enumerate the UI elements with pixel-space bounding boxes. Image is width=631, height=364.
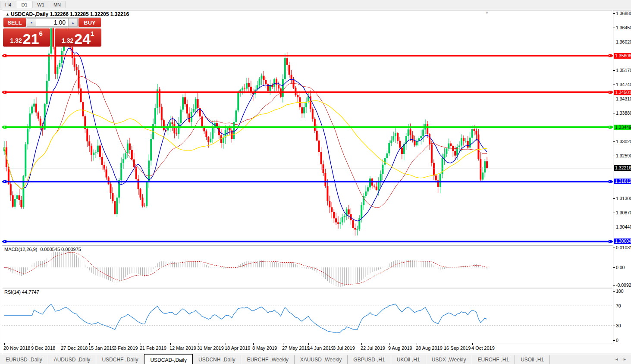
- rsi-tick: [613, 306, 615, 306]
- date-axis[interactable]: 20 Nov 20189 Dec 201827 Dec 201815 Jan 2…: [2, 343, 613, 353]
- date-tick: [445, 343, 445, 345]
- date-tick: [62, 343, 62, 345]
- tab-scroll-right-icon[interactable]: ►: [623, 357, 627, 361]
- date-tick-label: 9 Dec 2018: [31, 345, 55, 351]
- macd-tick-label: 0.010311: [616, 245, 631, 250]
- price-tick-label: 1.34310: [616, 96, 631, 101]
- date-tick-label: 27 May 2019: [282, 345, 310, 351]
- timeframe-button-d1[interactable]: D1: [16, 1, 33, 8]
- macd-tick-label: -0.009203: [616, 282, 631, 288]
- date-tick: [253, 343, 254, 345]
- chart-tab-usdcnh-daily[interactable]: USDCNH-,Daily: [193, 355, 241, 364]
- price-tick: [613, 113, 615, 113]
- date-tick-label: 3 Jul 2019: [333, 345, 355, 351]
- price-tick-label: 1.34740: [616, 82, 631, 87]
- date-tick-label: 12 Mar 2019: [170, 345, 196, 351]
- price-tick-label: 1.36880: [616, 11, 631, 16]
- timeframe-button-mn[interactable]: MN: [49, 1, 66, 8]
- buy-price-button[interactable]: 1.32241: [55, 28, 102, 47]
- mt4-workspace: H4D1W1MN ▲USDCAD-,Daily 1.32266 1.32285 …: [0, 0, 631, 364]
- tab-scroll-arrows: ◄►: [610, 354, 631, 364]
- price-tick: [613, 227, 615, 227]
- rsi-tick: [613, 340, 615, 341]
- one-click-trading-panel: SELL ▼ 1.00 ▲ BUY 1.32216 1.32241: [3, 17, 101, 47]
- hline-price-badge: 1.33449: [614, 125, 631, 130]
- chart-symbol-label: USDCAD-,Daily: [11, 11, 48, 17]
- date-tick: [4, 343, 5, 345]
- date-tick: [283, 343, 283, 345]
- date-tick-label: 14 Jun 2019: [308, 345, 334, 351]
- chart-tab-eurusd-daily[interactable]: EURUSD-,Daily: [0, 355, 48, 364]
- tab-scroll-left-icon[interactable]: ◄: [615, 357, 618, 361]
- sell-button[interactable]: SELL: [3, 18, 26, 27]
- price-tick: [613, 85, 615, 85]
- rsi-tick-label: 0: [616, 338, 618, 343]
- rsi-panel[interactable]: RSI(14) 44.7747: [2, 289, 613, 343]
- current-price-badge: 1.32216: [614, 165, 631, 171]
- buy-button[interactable]: BUY: [78, 18, 101, 27]
- price-tick-label: 1.36450: [616, 25, 631, 30]
- volume-spinner: ▼ 1.00 ▲: [27, 18, 78, 27]
- rsi-label: RSI(14) 44.7747: [4, 289, 39, 295]
- chart-tab-usoil-h1[interactable]: USOil-,H1: [515, 355, 550, 364]
- price-axis[interactable]: 1.368801.364501.360201.351701.347401.343…: [613, 10, 631, 343]
- volume-decrease-button[interactable]: ▼: [27, 18, 36, 27]
- macd-panel[interactable]: MACD(12,26,9) -0.000545 0.000975: [2, 246, 613, 288]
- main-chart-panel[interactable]: ▲USDCAD-,Daily 1.32266 1.32285 1.32205 1…: [2, 10, 613, 245]
- chart-tab-eurchf-weekly[interactable]: EURCHF-,Weekly: [241, 355, 294, 364]
- chart-tab-usdx-weekly[interactable]: USDX-,Weekly: [426, 355, 472, 364]
- timeframe-button-w1[interactable]: W1: [33, 1, 49, 8]
- price-tick: [613, 213, 615, 213]
- date-tick-label: 28 Aug 2019: [416, 345, 443, 351]
- date-tick-label: 18 Apr 2019: [225, 345, 250, 351]
- tab-spacer: [550, 355, 610, 364]
- macd-chart: [2, 246, 613, 288]
- price-tick-label: 1.33880: [616, 110, 631, 116]
- volume-input[interactable]: 1.00: [36, 18, 68, 27]
- price-tick: [613, 99, 615, 99]
- chart-tab-usdchf-daily[interactable]: USDCHF-,Daily: [96, 355, 144, 364]
- date-tick: [198, 343, 198, 345]
- price-tick: [613, 13, 615, 14]
- date-tick-label: 3 Feb 2019: [114, 345, 138, 351]
- chart-tab-xauusd-weekly[interactable]: XAUUSD-,Weekly: [295, 355, 348, 364]
- date-tick: [32, 343, 32, 345]
- chart-tab-eurchf-h1[interactable]: EURCHF-,H1: [472, 355, 515, 364]
- date-tick-label: 9 Aug 2019: [388, 345, 412, 351]
- price-tick: [613, 28, 615, 28]
- rsi-tick: [613, 326, 615, 326]
- triangle-up-icon: ▲: [72, 21, 75, 24]
- date-tick-label: 15 Jan 2019: [88, 345, 115, 351]
- price-tick-label: 1.33020: [616, 139, 631, 144]
- price-tick-label: 1.30440: [616, 224, 631, 229]
- chart-tab-audusd-daily[interactable]: AUDUSD-,Daily: [48, 355, 97, 364]
- chart-title: ▲USDCAD-,Daily 1.32266 1.32285 1.32205 1…: [6, 11, 129, 17]
- chart-tab-gbpusd-h1[interactable]: GBPUSD-,H1: [348, 355, 391, 364]
- chart-tab-usdcad-daily[interactable]: USDCAD-,Daily: [144, 354, 193, 364]
- chart-shift-marker-icon[interactable]: ▼: [485, 10, 489, 15]
- date-tick: [308, 343, 309, 345]
- date-tick: [170, 343, 171, 345]
- rsi-chart: [2, 289, 613, 343]
- sell-price-button[interactable]: 1.32216: [3, 28, 50, 47]
- date-tick: [226, 343, 226, 345]
- date-tick: [141, 343, 141, 345]
- date-tick: [361, 343, 362, 345]
- chart-tab-ukoil-h1[interactable]: UKOil-,H1: [391, 355, 426, 364]
- volume-increase-button[interactable]: ▲: [68, 18, 78, 27]
- timeframe-button-h4[interactable]: H4: [0, 1, 16, 8]
- bid-price-big: 21: [23, 32, 39, 46]
- rsi-tick-label: 30: [616, 323, 621, 328]
- date-tick: [472, 343, 473, 345]
- macd-tick: [613, 248, 615, 248]
- triangle-down-icon: ▼: [30, 21, 33, 24]
- date-tick-label: 20 Nov 2018: [3, 345, 30, 351]
- title-marker-icon: ▲: [6, 12, 9, 16]
- macd-tick: [613, 285, 615, 286]
- rsi-tick-label: 70: [616, 303, 621, 308]
- hline-price-badge: 1.35606: [614, 53, 631, 59]
- price-tick-label: 1.36020: [616, 39, 631, 44]
- macd-tick: [613, 267, 615, 268]
- date-tick: [89, 343, 90, 345]
- date-tick: [334, 343, 334, 345]
